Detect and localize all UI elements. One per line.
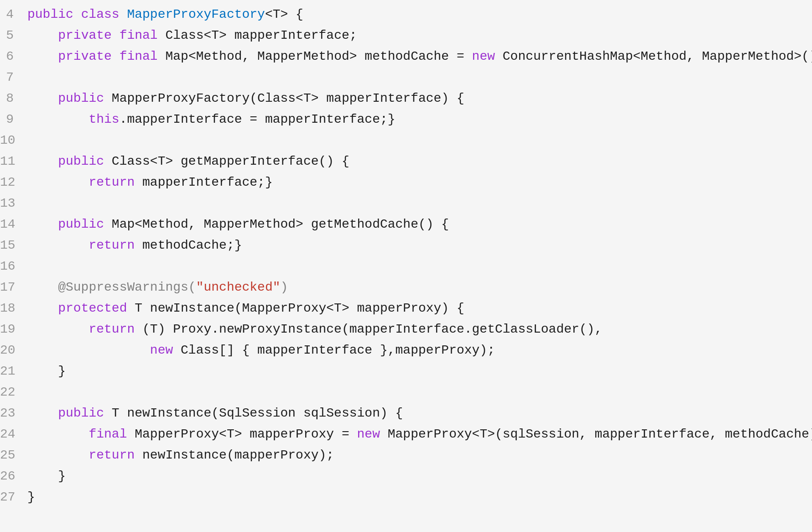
code-line-content: @SuppressWarnings("unchecked") [27,277,803,298]
code-line-content: return methodCache;} [27,235,803,256]
table-row: 22 [0,382,812,403]
line-number: 24 [0,424,27,445]
line-number: 21 [0,361,27,382]
line-number: 13 [0,193,27,214]
line-number: 20 [0,340,27,361]
code-line-content: private final Map<Method, MapperMethod> … [27,47,812,67]
line-number: 7 [0,68,27,88]
code-line-content: } [27,361,803,382]
code-line-content: this.mapperInterface = mapperInterface;} [27,110,803,130]
code-line-content: } [27,466,803,487]
table-row: 21 } [0,361,812,382]
code-line-content [27,68,803,88]
table-row: 16 [0,256,812,277]
table-row: 14 public Map<Method, MapperMethod> getM… [0,214,812,235]
line-number: 9 [0,110,27,130]
code-line-content: public T newInstance(SqlSession sqlSessi… [27,403,803,424]
table-row: 20 new Class[] { mapperInterface },mappe… [0,340,812,361]
table-row: 25 return newInstance(mapperProxy); [0,445,812,466]
table-row: 8 public MapperProxyFactory(Class<T> map… [0,89,812,110]
table-row: 4public class MapperProxyFactory<T> { [0,5,812,26]
line-number: 16 [0,256,27,277]
code-line-content: private final Class<T> mapperInterface; [27,26,803,46]
line-number: 6 [0,47,27,67]
code-line-content: return (T) Proxy.newProxyInstance(mapper… [27,319,803,340]
table-row: 26 } [0,466,812,487]
table-row: 19 return (T) Proxy.newProxyInstance(map… [0,319,812,340]
code-line-content [27,130,803,151]
line-number: 18 [0,298,27,319]
code-line-content: public MapperProxyFactory(Class<T> mappe… [27,89,803,109]
table-row: 12 return mapperInterface;} [0,172,812,193]
table-row: 24 final MapperProxy<T> mapperProxy = ne… [0,424,812,445]
table-row: 27} [0,487,812,508]
code-line-content [27,382,803,403]
line-number: 11 [0,151,27,172]
line-number: 25 [0,445,27,466]
table-row: 7 [0,68,812,89]
line-number: 12 [0,172,27,193]
code-line-content: protected T newInstance(MapperProxy<T> m… [27,298,803,319]
table-row: 5 private final Class<T> mapperInterface… [0,26,812,47]
code-line-content [27,256,803,277]
table-row: 9 this.mapperInterface = mapperInterface… [0,110,812,130]
code-line-content: new Class[] { mapperInterface },mapperPr… [27,340,803,361]
line-number: 5 [0,26,27,46]
code-line-content: public Class<T> getMapperInterface() { [27,151,803,172]
line-number: 26 [0,466,27,487]
line-number: 17 [0,277,27,298]
line-number: 22 [0,382,27,403]
table-row: 15 return methodCache;} [0,235,812,256]
table-row: 23 public T newInstance(SqlSession sqlSe… [0,403,812,424]
table-row: 17 @SuppressWarnings("unchecked") [0,277,812,298]
code-line-content: return mapperInterface;} [27,172,803,193]
line-number: 10 [0,130,27,151]
code-line-content: final MapperProxy<T> mapperProxy = new M… [27,424,812,445]
line-number: 15 [0,235,27,256]
table-row: 13 [0,193,812,214]
code-line-content: } [27,487,803,508]
line-number: 23 [0,403,27,424]
line-number: 19 [0,319,27,340]
line-number: 8 [0,89,27,109]
line-number: 4 [0,5,27,25]
code-line-content [27,193,803,214]
table-row: 11 public Class<T> getMapperInterface() … [0,151,812,172]
line-number: 27 [0,487,27,508]
code-line-content: return newInstance(mapperProxy); [27,445,803,466]
code-editor: 4public class MapperProxyFactory<T> {5 p… [0,0,812,532]
code-line-content: public class MapperProxyFactory<T> { [27,5,803,25]
table-row: 6 private final Map<Method, MapperMethod… [0,47,812,68]
code-line-content: public Map<Method, MapperMethod> getMeth… [27,214,803,235]
table-row: 10 [0,130,812,151]
table-row: 18 protected T newInstance(MapperProxy<T… [0,298,812,319]
line-number: 14 [0,214,27,235]
